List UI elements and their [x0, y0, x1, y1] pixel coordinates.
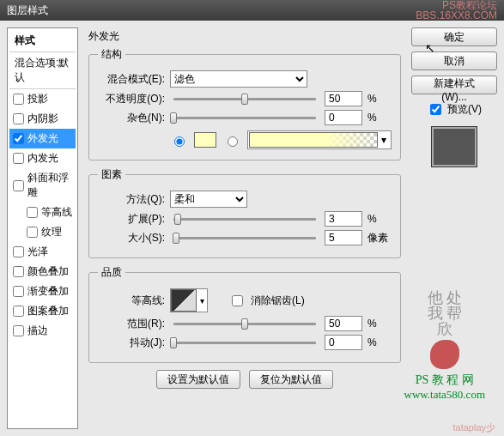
style-checkbox[interactable]: [13, 153, 24, 164]
style-label: 外发光: [27, 131, 58, 146]
style-item-10[interactable]: 图案叠加: [9, 301, 76, 321]
style-item-1[interactable]: 内阴影: [9, 109, 76, 129]
opacity-slider[interactable]: [173, 98, 316, 100]
style-item-8[interactable]: 颜色叠加: [9, 262, 76, 282]
range-label: 范围(R):: [98, 317, 165, 331]
style-label: 纹理: [41, 225, 62, 239]
jitter-input[interactable]: [325, 335, 362, 350]
color-swatch[interactable]: [194, 132, 216, 148]
noise-input[interactable]: [325, 110, 362, 125]
footer-watermark: tataplay少: [452, 421, 495, 434]
style-label: 斜面和浮雕: [27, 171, 72, 200]
titlebar[interactable]: 图层样式 PS教程论坛BBS.16XX8.COM: [0, 0, 504, 21]
style-item-9[interactable]: 渐变叠加: [9, 282, 76, 301]
style-item-6[interactable]: 纹理: [9, 222, 76, 242]
size-label: 大小(S):: [98, 231, 165, 245]
style-item-3[interactable]: 内发光: [9, 148, 76, 168]
opacity-input[interactable]: [325, 91, 362, 106]
window-title: 图层样式: [7, 3, 48, 18]
reset-default-button[interactable]: 复位为默认值: [249, 370, 333, 389]
noise-slider[interactable]: [173, 117, 316, 119]
style-checkbox[interactable]: [13, 113, 24, 124]
spread-unit: %: [367, 213, 392, 225]
opacity-unit: %: [367, 93, 392, 105]
jitter-label: 抖动(J):: [98, 336, 165, 350]
style-label: 内发光: [27, 151, 58, 166]
elements-group: 图素 方法(Q): 柔和 扩展(P): % 大小(S):: [88, 167, 401, 258]
jitter-slider[interactable]: [173, 342, 316, 344]
style-label: 描边: [27, 324, 48, 338]
structure-group: 结构 混合模式(E): 滤色 不透明度(O): % 杂色(N):: [88, 47, 401, 160]
size-input[interactable]: [325, 230, 362, 245]
style-checkbox[interactable]: [27, 207, 38, 218]
technique-select[interactable]: 柔和: [170, 191, 247, 208]
style-item-11[interactable]: 描边: [9, 321, 76, 341]
style-label: 图案叠加: [27, 304, 69, 318]
spread-label: 扩展(P):: [98, 212, 165, 227]
solid-color-radio[interactable]: [174, 136, 185, 147]
antialias-checkbox[interactable]: [232, 295, 243, 306]
style-label: 光泽: [27, 245, 48, 259]
antialias-label: 消除锯齿(L): [251, 294, 305, 308]
technique-label: 方法(Q):: [98, 192, 165, 207]
style-checkbox[interactable]: [13, 180, 24, 191]
quality-legend: 品质: [98, 265, 125, 280]
size-slider[interactable]: [173, 237, 316, 239]
ok-button[interactable]: 确定: [411, 27, 497, 46]
new-style-button[interactable]: 新建样式(W)...: [411, 76, 497, 94]
range-input[interactable]: [325, 316, 362, 331]
styles-header[interactable]: 样式: [9, 30, 76, 52]
style-checkbox[interactable]: [13, 325, 24, 336]
preview-checkbox[interactable]: [430, 104, 441, 115]
style-checkbox[interactable]: [13, 246, 24, 257]
jitter-unit: %: [367, 336, 392, 348]
elements-legend: 图素: [98, 167, 125, 182]
quality-group: 品质 等高线: ▾ 消除锯齿(L) 范围(R): %: [88, 265, 401, 363]
blend-mode-select[interactable]: 滤色: [170, 70, 307, 88]
gradient-radio[interactable]: [228, 136, 238, 147]
settings-panel: 外发光 结构 混合模式(E): 滤色 不透明度(O): % 杂色(N):: [85, 27, 404, 429]
contour-picker[interactable]: ▾: [170, 288, 208, 312]
style-checkbox[interactable]: [13, 306, 24, 317]
blend-options-item[interactable]: 混合选项:默认: [9, 52, 76, 89]
spread-slider[interactable]: [173, 218, 316, 221]
style-label: 投影: [27, 92, 48, 106]
style-label: 颜色叠加: [27, 264, 69, 279]
opacity-label: 不透明度(O):: [98, 92, 165, 106]
cancel-button[interactable]: 取消: [411, 51, 497, 70]
right-column: 确定 取消 新建样式(W)... 预览(V): [411, 27, 497, 429]
style-checkbox[interactable]: [27, 227, 38, 238]
structure-legend: 结构: [98, 47, 125, 62]
style-item-7[interactable]: 光泽: [9, 242, 76, 262]
noise-unit: %: [367, 112, 392, 124]
style-item-0[interactable]: 投影: [9, 89, 76, 109]
contour-label: 等高线:: [98, 294, 165, 308]
style-label: 内阴影: [27, 112, 58, 126]
gradient-picker[interactable]: ▾: [247, 130, 392, 149]
style-checkbox[interactable]: [13, 286, 24, 297]
range-unit: %: [367, 318, 392, 330]
layer-style-dialog: 图层样式 PS教程论坛BBS.16XX8.COM 样式 混合选项:默认 投影内阴…: [0, 0, 504, 436]
chevron-down-icon[interactable]: ▾: [197, 296, 207, 306]
style-label: 等高线: [41, 205, 72, 220]
spread-input[interactable]: [325, 211, 362, 227]
style-checkbox[interactable]: [13, 133, 24, 144]
size-unit: 像素: [367, 231, 392, 245]
style-item-4[interactable]: 斜面和浮雕: [9, 168, 76, 203]
preview-swatch: [431, 126, 477, 167]
top-watermark: PS教程论坛BBS.16XX8.COM: [416, 0, 497, 21]
noise-label: 杂色(N):: [98, 111, 165, 125]
blend-mode-label: 混合模式(E):: [98, 72, 165, 87]
set-default-button[interactable]: 设置为默认值: [156, 370, 240, 389]
style-checkbox[interactable]: [13, 94, 24, 105]
styles-list: 样式 混合选项:默认 投影内阴影外发光内发光斜面和浮雕等高线纹理光泽颜色叠加渐变…: [7, 27, 78, 429]
style-checkbox[interactable]: [13, 266, 24, 277]
style-item-5[interactable]: 等高线: [9, 203, 76, 222]
style-item-2[interactable]: 外发光: [9, 129, 76, 148]
section-title: 外发光: [85, 27, 404, 47]
preview-label: 预览(V): [447, 102, 482, 117]
range-slider[interactable]: [173, 323, 316, 325]
chevron-down-icon[interactable]: ▾: [378, 134, 390, 146]
style-label: 渐变叠加: [27, 284, 69, 299]
